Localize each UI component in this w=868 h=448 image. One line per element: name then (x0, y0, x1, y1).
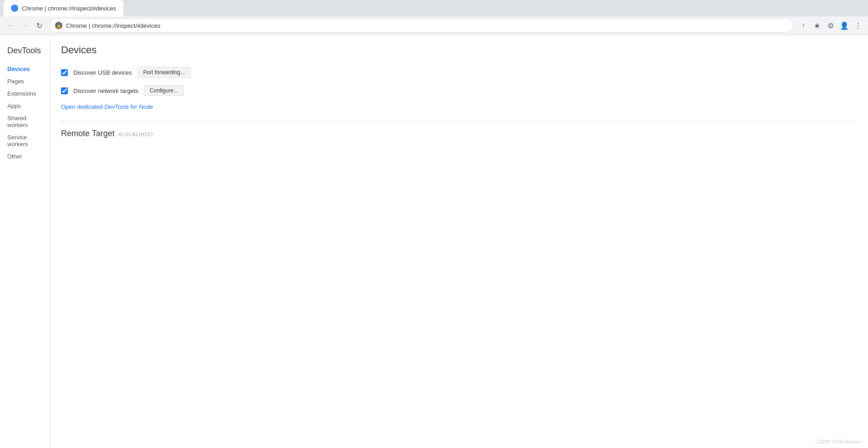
main-content: Devices Discover USB devices Port forwar… (50, 35, 868, 448)
tab-bar: Chrome | chrome://inspect/#devices (0, 0, 868, 16)
section-divider (61, 121, 857, 122)
tab-label: Chrome | chrome://inspect/#devices (22, 5, 116, 12)
address-bar[interactable]: 🔒 Chrome | chrome://inspect/#devices (49, 18, 793, 33)
discover-network-label: Discover network targets (73, 87, 138, 94)
active-tab[interactable]: Chrome | chrome://inspect/#devices (4, 0, 123, 16)
sidebar-item-devices[interactable]: Devices (0, 63, 50, 75)
discover-network-row: Discover network targets Configure... (61, 85, 857, 96)
forward-button[interactable]: → (18, 19, 31, 32)
address-path: chrome://inspect/#devices (92, 22, 160, 29)
page-layout: DevTools Devices Pages Extensions Apps S… (0, 35, 868, 448)
extensions-icon-button[interactable]: ⚙ (824, 19, 837, 32)
remote-target-heading: Remote Target #LOCALHOST (61, 129, 857, 138)
sidebar-item-extensions[interactable]: Extensions (0, 87, 50, 100)
remote-target-title: Remote Target (61, 129, 115, 138)
configure-button[interactable]: Configure... (144, 85, 184, 96)
sidebar-item-pages[interactable]: Pages (0, 75, 50, 87)
discover-network-checkbox[interactable] (61, 87, 68, 94)
address-prefix: Chrome | (66, 22, 92, 29)
page-title: Devices (61, 44, 857, 56)
footer-watermark: CSDN ©PaPablame (816, 439, 861, 444)
sidebar-item-service-workers[interactable]: Service workers (0, 131, 50, 150)
open-devtools-link[interactable]: Open dedicated DevTools for Node (61, 103, 153, 110)
discover-usb-row: Discover USB devices Port forwarding... (61, 67, 857, 78)
share-icon-button[interactable]: ↑ (797, 19, 810, 32)
sidebar-item-shared-workers[interactable]: Shared workers (0, 112, 50, 131)
security-icon: 🔒 (55, 22, 62, 29)
tab-favicon (11, 5, 18, 12)
address-text: Chrome | chrome://inspect/#devices (66, 22, 787, 29)
sidebar-app-title: DevTools (0, 42, 50, 63)
profile-icon-button[interactable]: 👤 (838, 19, 851, 32)
sidebar-item-other[interactable]: Other (0, 150, 50, 163)
back-button[interactable]: ← (4, 19, 16, 32)
port-forwarding-button[interactable]: Port forwarding... (137, 67, 191, 78)
browser-chrome: Chrome | chrome://inspect/#devices ← → ↻… (0, 0, 868, 35)
reload-button[interactable]: ↻ (33, 19, 46, 32)
footer-text: CSDN ©PaPablame (816, 439, 861, 444)
remote-target-subtitle: #LOCALHOST (118, 132, 154, 137)
menu-icon-button[interactable]: ⋮ (852, 19, 864, 32)
discover-usb-checkbox[interactable] (61, 69, 68, 76)
nav-icons-right: ↑ ★ ⚙ 👤 ⋮ (797, 19, 864, 32)
bookmark-icon-button[interactable]: ★ (811, 19, 823, 32)
nav-bar: ← → ↻ 🔒 Chrome | chrome://inspect/#devic… (0, 16, 868, 35)
discover-usb-label: Discover USB devices (73, 69, 132, 76)
sidebar: DevTools Devices Pages Extensions Apps S… (0, 35, 50, 448)
sidebar-item-apps[interactable]: Apps (0, 100, 50, 112)
